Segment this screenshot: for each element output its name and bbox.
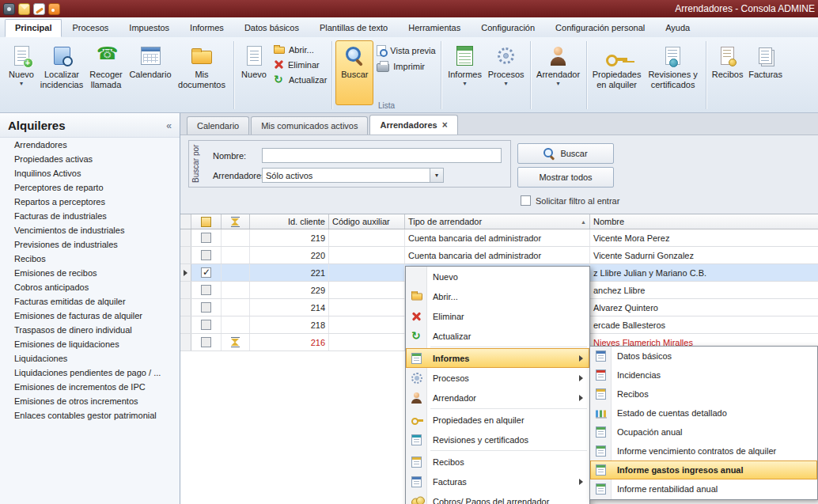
ribbon-abrir-button[interactable]: Abrir... (274, 45, 327, 55)
ctx-item-revisiones[interactable]: Revisiones y certificados (406, 430, 589, 449)
sidebar-item-otros-incrementos[interactable]: Emisiones de otros incrementos (0, 394, 180, 408)
nombre-input[interactable] (262, 148, 502, 163)
ctx-item-recibos[interactable]: Recibos (406, 452, 589, 472)
table-row[interactable]: 219 Cuenta bancaria del administrador Vi… (180, 229, 818, 247)
ribbon-nuevo2-button[interactable]: Nuevo (237, 40, 271, 105)
sub-item-gastos-ingresos-anual[interactable]: Informe gastos ingresos anual (590, 460, 817, 479)
row-checkbox[interactable] (201, 337, 211, 347)
ribbon-revisiones-button[interactable]: Revisiones y certificados (644, 40, 702, 105)
buscar-button[interactable]: Buscar (517, 143, 614, 164)
sidebar-item-facturas-industriales[interactable]: Facturas de industriales (0, 209, 180, 223)
row-checkbox[interactable] (201, 320, 211, 330)
sub-item-datos-basicos[interactable]: Datos básicos (590, 347, 817, 366)
col-header-tipo-arrendador[interactable]: Tipo de arrendador ▲ (405, 214, 590, 229)
ctx-item-eliminar[interactable]: Eliminar (406, 306, 589, 326)
ribbon-tab-datos-basicos[interactable]: Datos básicos (234, 19, 309, 37)
edit-note-icon[interactable] (33, 3, 45, 15)
sub-item-ocupacion-anual[interactable]: Ocupación anual (590, 423, 817, 441)
ctx-item-nuevo[interactable]: Nuevo (406, 267, 589, 286)
sidebar-item-recibos[interactable]: Recibos (0, 252, 180, 266)
col-header-hourglass[interactable] (222, 214, 250, 229)
ribbon-actualizar-button[interactable]: Actualizar (274, 74, 327, 85)
sidebar-item-facturas-emitidas[interactable]: Facturas emitidas de alquiler (0, 294, 180, 309)
ctx-item-facturas[interactable]: Facturas (406, 472, 589, 491)
sidebar-item-previsiones[interactable]: Previsiones de industriales (0, 237, 180, 252)
ribbon-mis-documentos-button[interactable]: Mis documentos (173, 40, 230, 105)
ctx-item-cobros-pagos[interactable]: Cobros/ Pagos del arrendador (406, 491, 589, 504)
ribbon-informes-button[interactable]: Informes (445, 40, 486, 105)
sidebar-item-repartos[interactable]: Repartos a perceptores (0, 195, 180, 209)
ribbon-calendario-button[interactable]: Calendario (127, 40, 173, 105)
col-header-nombre[interactable]: Nombre (590, 214, 818, 229)
table-row[interactable]: 220 Cuenta bancaria del administrador Vi… (180, 247, 818, 264)
ribbon-tab-herramientas[interactable]: Herramientas (398, 19, 471, 37)
collapse-icon[interactable]: « (166, 120, 172, 131)
sidebar-item-cobros-anticipados[interactable]: Cobros anticipados (0, 280, 180, 294)
sub-item-vencimiento-contratos[interactable]: Informe vencimiento contratos de alquile… (590, 441, 817, 460)
ribbon-tab-plantillas[interactable]: Plantillas de texto (309, 19, 398, 37)
ribbon-recibos-button[interactable]: Recibos (710, 40, 746, 105)
sub-item-recibos[interactable]: Recibos (590, 385, 817, 404)
sidebar-item-perceptores[interactable]: Perceptores de reparto (0, 180, 180, 195)
ribbon-tab-configuracion-personal[interactable]: Configuración personal (545, 19, 655, 37)
row-checkbox[interactable] (201, 267, 211, 278)
ribbon-recoger-llamada-button[interactable]: Recoger llamada (85, 40, 127, 105)
col-header-codigo-auxiliar[interactable]: Código auxiliar (329, 214, 405, 229)
sidebar-item-propiedades-activas[interactable]: Propiedades activas (0, 152, 180, 166)
sidebar-item-arrendadores[interactable]: Arrendadores (0, 138, 180, 152)
sidebar-item-emisiones-recibos[interactable]: Emisiones de recibos (0, 266, 180, 280)
sub-item-incidencias[interactable]: Incidencias (590, 366, 817, 385)
sidebar-item-vencimientos[interactable]: Vencimientos de industriales (0, 223, 180, 237)
chevron-down-icon[interactable] (430, 169, 443, 182)
row-checkbox[interactable] (201, 250, 211, 260)
feed-icon[interactable] (48, 3, 60, 15)
sub-item-estado-cuentas[interactable]: Estado de cuentas detallado (590, 404, 817, 423)
sub-item-rentabilidad-anual[interactable]: Informe rentabilidad anual (590, 479, 817, 498)
ribbon-arrendador-button[interactable]: Arrendador (534, 40, 583, 105)
ribbon-tab-procesos[interactable]: Procesos (62, 19, 119, 37)
app-icon[interactable] (3, 3, 15, 15)
ctx-item-arrendador[interactable]: Arrendador (406, 388, 589, 407)
ctx-item-procesos[interactable]: Procesos (406, 368, 589, 388)
select-all-checkbox[interactable] (201, 217, 211, 227)
solicitar-filtro-checkbox[interactable] (521, 195, 531, 206)
ribbon-vista-previa-button[interactable]: Vista previa (377, 45, 435, 56)
sidebar-item-emisiones-facturas[interactable]: Emisiones de facturas de alquiler (0, 309, 180, 323)
ribbon-tab-ayuda[interactable]: Ayuda (655, 19, 700, 37)
tab-mis-comunicados[interactable]: Mis comunicados activos (251, 116, 368, 135)
ribbon-nuevo-button[interactable]: Nuevo (4, 40, 39, 105)
arrendadores-filter-select[interactable]: Sólo activos (262, 168, 444, 183)
row-checkbox[interactable] (201, 233, 211, 243)
tab-calendario[interactable]: Calendario (187, 116, 249, 135)
sidebar-item-incrementos-ipc[interactable]: Emisiones de incrementos de IPC (0, 380, 180, 394)
sidebar-item-traspasos[interactable]: Traspasos de dinero individual (0, 323, 180, 337)
sidebar-item-liquidaciones[interactable]: Liquidaciones (0, 351, 180, 366)
ctx-item-actualizar[interactable]: Actualizar (406, 326, 589, 346)
ribbon-tab-configuracion[interactable]: Configuración (471, 19, 545, 37)
row-checkbox[interactable] (201, 285, 211, 295)
ribbon-localizar-incidencias-button[interactable]: Localizar incidencias (39, 40, 85, 105)
ribbon-buscar-button[interactable]: Buscar (335, 40, 373, 105)
sidebar-item-enlaces-contables[interactable]: Enlaces contables gestor patrimonial (0, 408, 180, 423)
mostrar-todos-button[interactable]: Mostrar todos (517, 167, 614, 188)
mail-icon[interactable] (18, 3, 30, 15)
sidebar-item-emisiones-liquidaciones[interactable]: Emisiones de liquidaciones (0, 337, 180, 351)
ctx-item-abrir[interactable]: Abrir... (406, 286, 589, 306)
row-checkbox[interactable] (201, 302, 211, 313)
tab-arrendadores[interactable]: Arrendadores × (369, 115, 457, 135)
col-header-checkbox[interactable] (191, 214, 222, 229)
sidebar-item-inquilinos-activos[interactable]: Inquilinos Activos (0, 166, 180, 180)
ribbon-tab-impuestos[interactable]: Impuestos (119, 19, 180, 37)
ribbon-tab-principal[interactable]: Principal (5, 19, 62, 37)
ribbon-imprimir-button[interactable]: Imprimir (377, 61, 435, 72)
ribbon-procesos-button[interactable]: Procesos (486, 40, 527, 105)
ctx-item-propiedades[interactable]: Propiedades en alquiler (406, 410, 589, 430)
ribbon-propiedades-button[interactable]: Propiedades en alquiler (590, 40, 644, 105)
ribbon-tab-informes[interactable]: Informes (180, 19, 234, 37)
close-tab-icon[interactable]: × (442, 119, 448, 131)
ribbon-facturas-button[interactable]: Facturas (746, 40, 786, 105)
ctx-item-informes[interactable]: Informes (406, 348, 589, 368)
sidebar-item-liquidaciones-pendientes[interactable]: Liquidaciones pendientes de pago / ... (0, 366, 180, 380)
ribbon-eliminar-button[interactable]: Eliminar (274, 59, 327, 70)
col-header-id-cliente[interactable]: Id. cliente (250, 214, 329, 229)
